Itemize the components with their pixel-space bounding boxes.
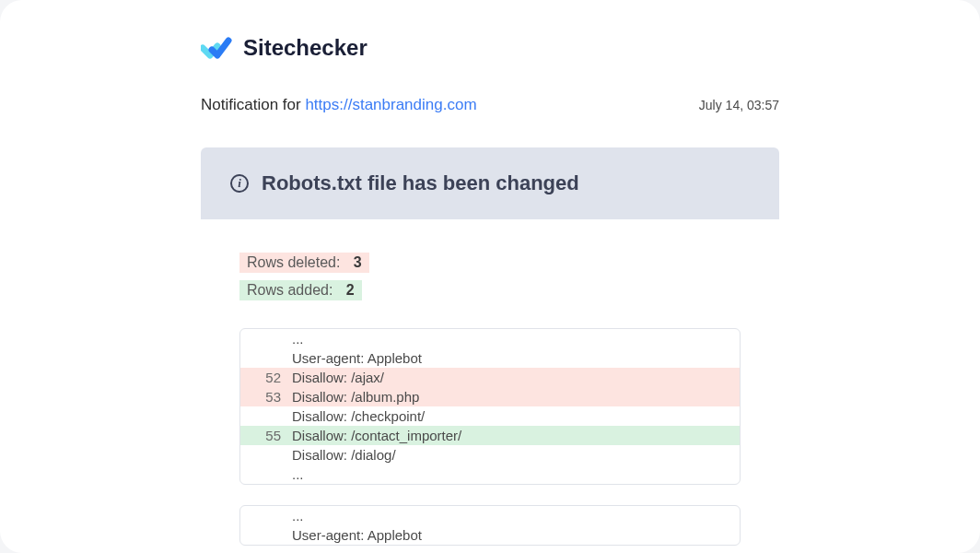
diff-row: User-agent: Applebot (240, 525, 740, 545)
diff-row: Disallow: /checkpoint/ (240, 406, 740, 426)
diff-lineno (240, 525, 288, 545)
diff-lineno (240, 445, 288, 465)
rows-added-label: Rows added: (247, 282, 332, 298)
diff-content: ... (288, 506, 740, 525)
diff-lineno: 53 (240, 387, 288, 406)
content-wrap: Sitechecker Notification for https://sta… (201, 35, 779, 553)
diff-lineno: 52 (240, 368, 288, 387)
diff-row: ... (240, 329, 740, 348)
diff-lineno (240, 506, 288, 525)
diff-lineno (240, 329, 288, 348)
diff-content: Disallow: /ajax/ (288, 368, 740, 387)
diff-lineno (240, 465, 288, 484)
notification-prefix: Notification for (201, 96, 305, 113)
diff-content: ... (288, 329, 740, 348)
diff-row: ... (240, 465, 740, 484)
rows-added-count: 2 (346, 282, 355, 298)
alert-header: i Robots.txt file has been changed (201, 147, 779, 219)
alert-title: Robots.txt file has been changed (262, 171, 579, 195)
diff-row: 53Disallow: /album.php (240, 387, 740, 406)
rows-deleted-label: Rows deleted: (247, 254, 340, 270)
brand-name: Sitechecker (243, 35, 368, 61)
diff-row: 55Disallow: /contact_importer/ (240, 426, 740, 445)
notification-row: Notification for https://stanbranding.co… (201, 96, 779, 114)
diff-row: 52Disallow: /ajax/ (240, 368, 740, 387)
info-icon: i (230, 174, 249, 193)
diff-lineno (240, 406, 288, 426)
brand-logo-icon (201, 35, 232, 61)
diff-content: User-agent: Applebot (288, 525, 740, 545)
diff-content: Disallow: /dialog/ (288, 445, 740, 465)
diff-content: Disallow: /album.php (288, 387, 740, 406)
diff-content: Disallow: /checkpoint/ (288, 406, 740, 426)
notification-timestamp: July 14, 03:57 (699, 98, 779, 112)
diff-content: ... (288, 465, 740, 484)
diff-row: Disallow: /dialog/ (240, 445, 740, 465)
diff-row: ... (240, 506, 740, 525)
diff-box-2: ...User-agent: Applebot (239, 505, 741, 546)
alert-body: Rows deleted: 3 Rows added: 2 ...User-ag… (201, 219, 779, 553)
diff-row: User-agent: Applebot (240, 348, 740, 368)
diff-content: User-agent: Applebot (288, 348, 740, 368)
rows-added-stat: Rows added: 2 (239, 280, 362, 300)
notification-link[interactable]: https://stanbranding.com (305, 96, 476, 113)
rows-deleted-stat: Rows deleted: 3 (239, 253, 369, 273)
rows-deleted-count: 3 (354, 254, 362, 270)
diff-box-1: ...User-agent: Applebot52Disallow: /ajax… (239, 328, 741, 485)
notification-card: Sitechecker Notification for https://sta… (0, 0, 980, 553)
diff-lineno (240, 348, 288, 368)
notification-text: Notification for https://stanbranding.co… (201, 96, 477, 114)
brand-row: Sitechecker (201, 35, 779, 61)
diff-content: Disallow: /contact_importer/ (288, 426, 740, 445)
diff-lineno: 55 (240, 426, 288, 445)
